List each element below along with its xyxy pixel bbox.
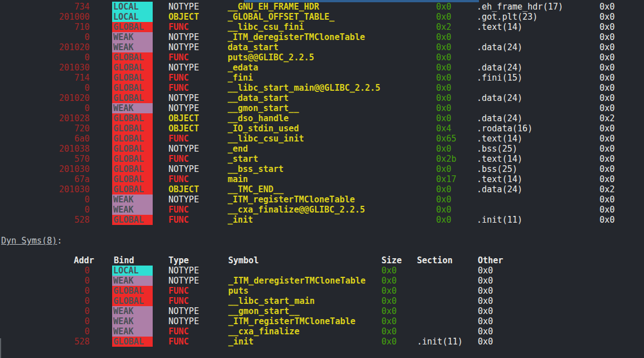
symbol-row: 0LOCALNOTYPE0x00x0 [0, 266, 644, 276]
bind-badge: GLOBAL [112, 286, 153, 296]
symbol-row: 0WEAKFUNC__cxa_finalize0x00x0 [0, 326, 644, 337]
type-cell: NOTYPE [168, 306, 199, 316]
section-cell: .init(11) [417, 337, 463, 347]
size-cell: 0x0 [381, 276, 397, 286]
symbol-row: 0WEAKNOTYPE_ITM_deregisterTMCloneTable0x… [0, 276, 644, 286]
size-cell: 0x0 [381, 266, 397, 276]
symbol-cell: _ITM_deregisterTMCloneTable [228, 276, 366, 286]
type-cell: FUNC [168, 286, 189, 296]
symbol-row: 0WEAKNOTYPE__gmon_start__0x00x0 [0, 306, 644, 316]
other-cell: 0x0 [478, 266, 493, 276]
other-cell: 0x0 [478, 326, 493, 337]
other-cell: 0x0 [478, 286, 493, 296]
symbol-cell: __libc_start_main [228, 296, 315, 306]
header-bind: Bind [114, 255, 154, 266]
type-cell: FUNC [168, 337, 189, 347]
bind-badge: LOCAL [112, 266, 153, 276]
symbol-cell: __gmon_start__ [228, 306, 299, 316]
type-cell: FUNC [168, 296, 189, 306]
addr-cell: 0 [0, 276, 90, 286]
symbol-cell: __cxa_finalize [228, 326, 299, 337]
header-section: Section [417, 255, 452, 266]
size-cell: 0x0 [381, 326, 397, 337]
bind-badge: WEAK [112, 306, 153, 316]
type-cell: FUNC [168, 326, 189, 337]
type-cell: NOTYPE [168, 276, 199, 286]
size-cell: 0x0 [381, 316, 397, 326]
size-cell: 0x0 [381, 337, 397, 347]
header-addr: Addr [0, 255, 94, 266]
addr-cell: 0 [0, 326, 90, 337]
header-symbol: Symbol [228, 255, 259, 266]
dyn-table-header-row: Addr Bind Type Symbol Size Section Other [0, 255, 644, 266]
addr-cell: 0 [0, 266, 90, 276]
other-cell: 0x0 [478, 316, 493, 326]
symbol-cell: _init [228, 337, 254, 347]
symbol-row: 0GLOBALFUNCputs0x00x0 [0, 286, 644, 296]
type-cell: NOTYPE [168, 266, 199, 276]
addr-cell: 0 [0, 296, 90, 306]
bind-badge: WEAK [112, 326, 153, 337]
symbol-row: 0GLOBALFUNC__libc_start_main0x00x0 [0, 296, 644, 306]
terminal-window[interactable]: 734LOCALNOTYPE__GNU_EH_FRAME_HDR0x0.eh_f… [0, 0, 644, 358]
addr-cell: 528 [0, 337, 90, 347]
header-type: Type [168, 255, 189, 266]
header-size: Size [381, 255, 402, 266]
other-cell: 0x0 [478, 306, 493, 316]
dyn-symbol-table: Addr Bind Type Symbol Size Section Other… [0, 0, 644, 358]
bind-badge: GLOBAL [112, 296, 153, 306]
other-cell: 0x0 [478, 276, 493, 286]
symbol-cell: puts [228, 286, 248, 296]
symbol-cell: _ITM_registerTMCloneTable [228, 316, 356, 326]
type-cell: NOTYPE [168, 316, 199, 326]
symbol-row: 0WEAKNOTYPE_ITM_registerTMCloneTable0x00… [0, 316, 644, 326]
bind-badge: GLOBAL [112, 337, 153, 347]
size-cell: 0x0 [381, 286, 397, 296]
header-other: Other [478, 255, 503, 266]
bind-badge: WEAK [112, 276, 153, 286]
other-cell: 0x0 [478, 337, 493, 347]
size-cell: 0x0 [381, 296, 397, 306]
size-cell: 0x0 [381, 306, 397, 316]
addr-cell: 0 [0, 316, 90, 326]
bind-badge: WEAK [112, 316, 153, 326]
addr-cell: 0 [0, 306, 90, 316]
symbol-row: 528GLOBALFUNC_init0x0.init(11)0x0 [0, 337, 644, 347]
scrollbar-handle[interactable] [0, 338, 1, 358]
other-cell: 0x0 [478, 296, 493, 306]
addr-cell: 0 [0, 286, 90, 296]
